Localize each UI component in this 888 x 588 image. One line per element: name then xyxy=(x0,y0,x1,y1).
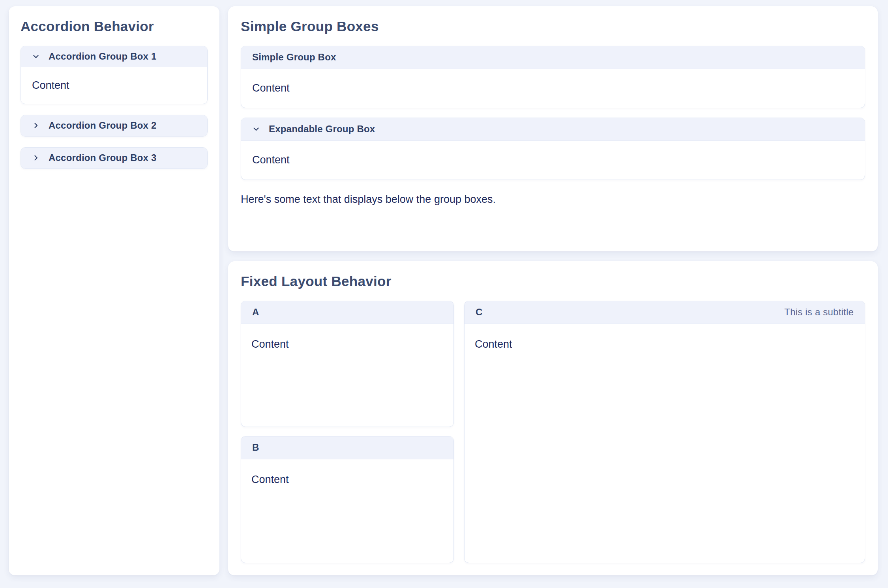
accordion-group-box-2-header[interactable]: Accordion Group Box 2 xyxy=(21,115,207,136)
group-box-c: C This is a subtitle Content xyxy=(464,301,865,563)
group-box-c-label: C xyxy=(476,307,483,318)
right-column: Simple Group Boxes Simple Group Box Cont… xyxy=(228,6,878,575)
accordion-group-box-1-content: Content xyxy=(21,67,207,104)
group-box-b: B Content xyxy=(241,436,454,563)
group-box-c-header: C This is a subtitle xyxy=(465,301,865,324)
group-box-a-content: Content xyxy=(241,324,453,427)
accordion-group-box-1-header[interactable]: Accordion Group Box 1 xyxy=(21,46,207,67)
group-box-b-header: B xyxy=(241,436,453,459)
chevron-right-icon xyxy=(32,122,40,129)
group-box-a-label: A xyxy=(252,307,259,318)
accordion-group-box-3: Accordion Group Box 3 xyxy=(21,147,208,169)
below-boxes-text: Here's some text that displays below the… xyxy=(241,193,865,206)
simple-group-box-label: Simple Group Box xyxy=(252,52,336,63)
accordion-behavior-panel: Accordion Behavior Accordion Group Box 1… xyxy=(9,6,219,575)
page: Accordion Behavior Accordion Group Box 1… xyxy=(0,0,888,588)
simple-group-box: Simple Group Box Content xyxy=(241,46,865,108)
simple-group-box-header: Simple Group Box xyxy=(241,46,865,69)
simple-panel-title: Simple Group Boxes xyxy=(241,17,865,36)
accordion-group-box-1-label: Accordion Group Box 1 xyxy=(49,51,157,62)
simple-group-boxes-panel: Simple Group Boxes Simple Group Box Cont… xyxy=(228,6,878,251)
chevron-right-icon xyxy=(32,154,40,162)
chevron-down-icon xyxy=(252,125,260,133)
accordion-group-box-2-label: Accordion Group Box 2 xyxy=(49,120,157,131)
accordion-group-box-1: Accordion Group Box 1 Content xyxy=(21,46,208,104)
group-box-a: A Content xyxy=(241,301,454,427)
group-box-c-subtitle: This is a subtitle xyxy=(784,307,854,318)
simple-group-box-content: Content xyxy=(241,69,865,108)
fixed-layout-behavior-panel: Fixed Layout Behavior A Content C This i… xyxy=(228,261,878,575)
accordion-group-box-3-header[interactable]: Accordion Group Box 3 xyxy=(21,148,207,169)
expandable-group-box-header[interactable]: Expandable Group Box xyxy=(241,118,865,141)
group-box-b-content: Content xyxy=(241,459,453,563)
chevron-down-icon xyxy=(32,52,40,60)
group-box-a-header: A xyxy=(241,301,453,324)
accordion-panel-title: Accordion Behavior xyxy=(21,17,208,36)
fixed-layout-grid: A Content C This is a subtitle Content B xyxy=(241,301,865,563)
accordion-group-box-3-label: Accordion Group Box 3 xyxy=(49,152,157,163)
group-box-b-label: B xyxy=(252,442,259,453)
expandable-group-box-label: Expandable Group Box xyxy=(269,124,375,135)
expandable-group-box: Expandable Group Box Content xyxy=(241,118,865,180)
accordion-group-box-2: Accordion Group Box 2 xyxy=(21,115,208,137)
expandable-group-box-content: Content xyxy=(241,141,865,180)
group-box-c-content: Content xyxy=(465,324,865,563)
fixed-panel-title: Fixed Layout Behavior xyxy=(241,272,865,290)
